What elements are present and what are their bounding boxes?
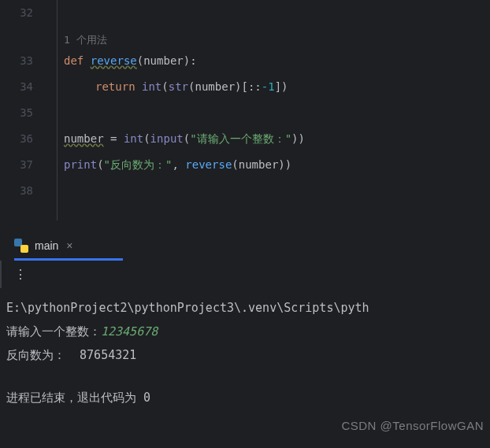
console-path: E:\pythonProject2\pythonProject3\.venv\S… xyxy=(6,296,484,320)
code-line-36[interactable]: number = int(input("请输入一个整数：")) xyxy=(64,126,490,152)
console-output-line: 反向数为： 87654321 xyxy=(6,343,484,367)
code-line-33[interactable]: def reverse(number): xyxy=(64,48,490,74)
run-tab-bar: main × xyxy=(0,232,490,254)
line-number: 32 xyxy=(0,0,33,26)
watermark: CSDN @TensorFlowGAN xyxy=(341,419,484,432)
run-tab-label[interactable]: main xyxy=(35,239,58,252)
python-icon xyxy=(14,239,28,253)
line-number: 36 xyxy=(0,126,33,152)
line-number: 34 xyxy=(0,74,33,100)
indent-guide xyxy=(57,0,58,220)
console-output[interactable]: E:\pythonProject2\pythonProject3\.venv\S… xyxy=(0,288,490,417)
line-gutter: 32 33 34 35 36 37 38 xyxy=(0,0,44,220)
code-line-37[interactable]: print("反向数为：", reverse(number)) xyxy=(64,152,490,178)
console-toolbar: ⋮ xyxy=(0,261,490,288)
code-area[interactable]: 1 个用法 def reverse(number): return int(st… xyxy=(44,0,490,220)
code-line-34[interactable]: return int(str(number)[::-1]) xyxy=(64,74,490,100)
close-icon[interactable]: × xyxy=(66,239,72,252)
usage-hint[interactable]: 1 个用法 xyxy=(64,26,490,48)
console-exit-line: 进程已结束，退出代码为 0 xyxy=(6,386,484,409)
code-editor[interactable]: 32 33 34 35 36 37 38 1 个用法 def reverse(n… xyxy=(0,0,490,220)
line-number: 35 xyxy=(0,100,33,126)
line-number: 37 xyxy=(0,152,33,178)
line-number: 33 xyxy=(0,48,33,74)
more-icon[interactable]: ⋮ xyxy=(14,267,28,282)
console-input-line: 请输入一个整数：12345678 xyxy=(6,320,484,343)
line-number: 38 xyxy=(0,178,33,204)
